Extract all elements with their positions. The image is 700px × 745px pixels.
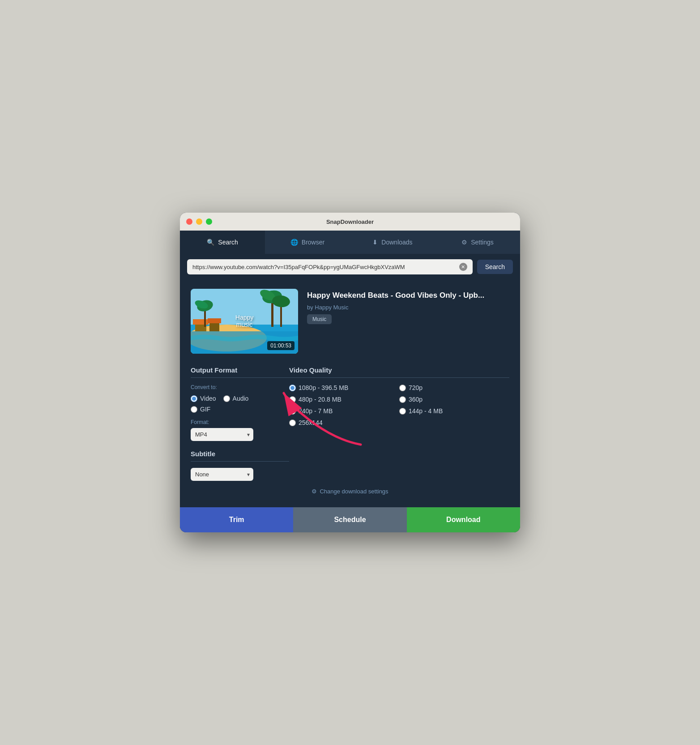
app-window: SnapDownloader 🔍 Search 🌐 Browser ⬇ Down… (180, 213, 520, 532)
url-bar: https://www.youtube.com/watch?v=I35paFqF… (180, 254, 520, 280)
video-tag: Music (307, 314, 332, 324)
app-title: SnapDownloader (326, 218, 374, 225)
browser-tab-label: Browser (302, 239, 324, 246)
video-radio[interactable] (191, 395, 197, 402)
search-tab-label: Search (218, 239, 238, 246)
settings-tab-icon: ⚙ (461, 239, 467, 246)
tab-browser[interactable]: 🌐 Browser (265, 231, 350, 254)
gif-radio-label: GIF (200, 406, 210, 413)
quality-360p-radio[interactable] (399, 396, 406, 403)
quality-256x144-radio[interactable] (289, 420, 296, 426)
titlebar: SnapDownloader (180, 213, 520, 231)
format-label: Format: (191, 419, 289, 425)
audio-radio-item[interactable]: Audio (223, 395, 249, 402)
format-select-wrap: MP4 MKV AVI MOV WMV ▾ (191, 428, 253, 441)
change-settings-label: Change download settings (320, 488, 388, 495)
quality-240p-label: 240p - 7 MB (299, 407, 333, 415)
search-button[interactable]: Search (477, 260, 513, 274)
tab-search[interactable]: 🔍 Search (180, 231, 265, 254)
quality-col-right: 720p 360p 144p - 4 MB (399, 384, 509, 426)
tab-settings[interactable]: ⚙ Settings (435, 231, 520, 254)
url-input-wrap[interactable]: https://www.youtube.com/watch?v=I35paFqF… (187, 259, 473, 274)
url-text: https://www.youtube.com/watch?v=I35paFqF… (192, 264, 457, 270)
video-audio-row: Video Audio (191, 395, 289, 402)
url-clear-button[interactable]: ✕ (459, 263, 467, 271)
quality-1080p[interactable]: 1080p - 396.5 MB (289, 384, 399, 391)
gif-radio[interactable] (191, 406, 197, 413)
maximize-button[interactable] (206, 218, 212, 225)
svg-rect-6 (208, 318, 221, 323)
audio-radio[interactable] (223, 395, 230, 402)
schedule-button[interactable]: Schedule (293, 507, 406, 532)
trim-button[interactable]: Trim (180, 507, 293, 532)
video-radio-item[interactable]: Video (191, 395, 216, 402)
quality-480p-label: 480p - 20.8 MB (299, 396, 341, 403)
close-button[interactable] (186, 218, 192, 225)
quality-1080p-label: 1080p - 396.5 MB (299, 384, 348, 391)
video-thumbnail: Happy music 01:00:53 (191, 289, 298, 354)
quality-256x144-label: 256x144 (299, 419, 323, 426)
svg-rect-4 (193, 319, 209, 325)
video-radio-label: Video (200, 395, 216, 402)
quality-col-left: 1080p - 396.5 MB 480p - 20.8 MB 240p - 7… (289, 384, 399, 426)
quality-720p[interactable]: 720p (399, 384, 509, 391)
download-button[interactable]: Download (407, 507, 520, 532)
thumbnail-text: Happy music (235, 314, 253, 329)
settings-tab-label: Settings (471, 239, 494, 246)
quality-240p[interactable]: 240p - 7 MB (289, 407, 399, 415)
titlebar-buttons (186, 218, 212, 225)
video-info: Happy music 01:00:53 Happy Weekend Beats… (191, 289, 509, 354)
quality-720p-label: 720p (409, 384, 423, 391)
bottom-buttons: Trim Schedule Download (180, 507, 520, 532)
minimize-button[interactable] (196, 218, 202, 225)
gif-radio-item[interactable]: GIF (191, 406, 210, 413)
quality-256x144[interactable]: 256x144 (289, 419, 399, 426)
audio-radio-label: Audio (233, 395, 249, 402)
options-row: Output Format Convert to: Video Audio (191, 366, 509, 481)
search-tab-icon: 🔍 (207, 239, 214, 246)
video-quality-section: Video Quality 1080p - 396.5 MB 480p - 20… (289, 366, 509, 481)
convert-to-label: Convert to: (191, 384, 289, 390)
quality-grid: 1080p - 396.5 MB 480p - 20.8 MB 240p - 7… (289, 384, 509, 426)
quality-480p[interactable]: 480p - 20.8 MB (289, 396, 399, 403)
convert-radio-group: Video Audio GIF (191, 395, 289, 413)
tab-downloads[interactable]: ⬇ Downloads (350, 231, 435, 254)
subtitle-select-wrap: None English Spanish French ▾ (191, 468, 253, 481)
quality-144p-label: 144p - 4 MB (409, 407, 443, 415)
quality-1080p-radio[interactable] (289, 385, 296, 391)
quality-144p-radio[interactable] (399, 408, 406, 415)
subtitle-title: Subtitle (191, 450, 289, 462)
quality-360p-label: 360p (409, 396, 423, 403)
nav-tabs: 🔍 Search 🌐 Browser ⬇ Downloads ⚙ Setting… (180, 231, 520, 254)
quality-144p[interactable]: 144p - 4 MB (399, 407, 509, 415)
downloads-tab-icon: ⬇ (372, 239, 378, 246)
video-quality-title: Video Quality (289, 366, 509, 378)
content-area: Happy music 01:00:53 Happy Weekend Beats… (180, 280, 520, 507)
video-duration: 01:00:53 (267, 341, 295, 350)
quality-720p-radio[interactable] (399, 385, 406, 391)
gear-icon: ⚙ (312, 488, 317, 495)
video-meta: Happy Weekend Beats - Good Vibes Only - … (307, 289, 484, 354)
gif-row: GIF (191, 406, 289, 413)
subtitle-section: Subtitle None English Spanish French ▾ (191, 450, 289, 481)
subtitle-select[interactable]: None English Spanish French (191, 468, 253, 481)
quality-240p-radio[interactable] (289, 408, 296, 415)
video-title: Happy Weekend Beats - Good Vibes Only - … (307, 291, 484, 300)
quality-480p-radio[interactable] (289, 396, 296, 403)
quality-360p[interactable]: 360p (399, 396, 509, 403)
browser-tab-icon: 🌐 (290, 239, 298, 246)
output-format-section: Output Format Convert to: Video Audio (191, 366, 289, 481)
video-author: by Happy Music (307, 304, 484, 311)
downloads-tab-label: Downloads (381, 239, 412, 246)
options-area: Output Format Convert to: Video Audio (191, 366, 509, 481)
format-select[interactable]: MP4 MKV AVI MOV WMV (191, 428, 253, 441)
output-format-title: Output Format (191, 366, 289, 378)
change-settings-link[interactable]: ⚙ Change download settings (191, 481, 509, 498)
